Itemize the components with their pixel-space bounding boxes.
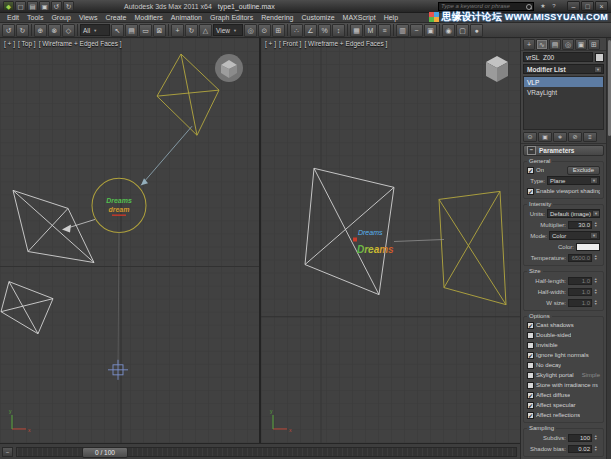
- multiplier-spinner[interactable]: [594, 222, 600, 228]
- viewport-menu-plus[interactable]: [ + ]: [265, 40, 276, 47]
- keyboard-shortcut-override-icon[interactable]: ⊞: [272, 24, 285, 37]
- maximize-button[interactable]: □: [581, 1, 594, 11]
- size-field[interactable]: 1.0: [568, 277, 592, 285]
- infocenter-search[interactable]: [438, 2, 534, 11]
- option-checkbox[interactable]: [527, 342, 534, 349]
- size-field[interactable]: 1.0: [568, 288, 592, 296]
- option-checkbox[interactable]: [527, 382, 534, 389]
- option-checkbox[interactable]: ✓: [527, 322, 534, 329]
- layer-manager-icon[interactable]: ▥: [396, 24, 409, 37]
- size-spinner[interactable]: [594, 289, 600, 295]
- redo-quick-icon[interactable]: ↻: [63, 1, 74, 11]
- size-spinner[interactable]: [594, 300, 600, 306]
- option-checkbox[interactable]: ✓: [527, 402, 534, 409]
- viewport-top-canvas[interactable]: Dreams dream: [0, 38, 259, 443]
- viewport-label[interactable]: [ + ] [ Front ] [ Wireframe + Edged Face…: [265, 40, 387, 47]
- tab-create[interactable]: +: [523, 39, 535, 50]
- pin-stack-button[interactable]: ⊙: [523, 132, 537, 142]
- stack-item-selected[interactable]: VLP: [524, 77, 603, 87]
- select-and-rotate-icon[interactable]: ↻: [185, 24, 198, 37]
- menu-item[interactable]: Modifiers: [130, 14, 166, 21]
- menu-item[interactable]: MAXScript: [339, 14, 380, 21]
- viewport-front[interactable]: Dreams Dreams x y: [261, 38, 520, 443]
- new-file-icon[interactable]: ▢: [15, 1, 26, 11]
- rectangular-selection-region-icon[interactable]: ▭: [139, 24, 152, 37]
- sampling-spinner[interactable]: [594, 435, 600, 441]
- application-menu-button[interactable]: ◆: [3, 1, 14, 11]
- menu-item[interactable]: Rendering: [257, 14, 297, 21]
- select-and-manipulate-icon[interactable]: ⊙: [258, 24, 271, 37]
- open-file-icon[interactable]: ▤: [27, 1, 38, 11]
- redo-icon[interactable]: ↻: [16, 24, 29, 37]
- menu-item[interactable]: Edit: [3, 14, 23, 21]
- percent-snap-icon[interactable]: %: [318, 24, 331, 37]
- option-checkbox[interactable]: [527, 372, 534, 379]
- select-by-name-icon[interactable]: ▤: [125, 24, 138, 37]
- multiplier-field[interactable]: 30.0: [568, 221, 592, 229]
- type-dropdown[interactable]: Plane: [547, 176, 600, 185]
- make-unique-button[interactable]: ∗: [553, 132, 567, 142]
- selection-filter-dropdown[interactable]: All: [80, 24, 110, 36]
- menu-item[interactable]: Customize: [297, 14, 338, 21]
- object-color-swatch[interactable]: [595, 53, 604, 62]
- viewport-menu-style[interactable]: [ Wireframe + Edged Faces ]: [304, 40, 387, 47]
- snaps-toggle-icon[interactable]: ∴: [290, 24, 303, 37]
- on-checkbox[interactable]: ✓: [527, 167, 534, 174]
- configure-modifier-sets-button[interactable]: ≡: [583, 132, 597, 142]
- search-icon[interactable]: [525, 3, 532, 10]
- show-end-result-button[interactable]: ▣: [538, 132, 552, 142]
- parameters-rollout-header[interactable]: Parameters: [523, 145, 604, 156]
- viewport-shading-checkbox[interactable]: ✓: [527, 188, 534, 195]
- material-editor-icon[interactable]: ◉: [442, 24, 455, 37]
- viewcube[interactable]: [215, 54, 243, 82]
- temperature-field[interactable]: 6500.0: [568, 254, 592, 262]
- viewport-menu-style[interactable]: [ Wireframe + Edged Faces ]: [39, 40, 122, 47]
- mirror-icon[interactable]: M: [364, 24, 377, 37]
- save-file-icon[interactable]: ▣: [39, 1, 50, 11]
- viewport-menu-plus[interactable]: [ + ]: [4, 40, 15, 47]
- select-object-icon[interactable]: ↖: [111, 24, 124, 37]
- menu-item[interactable]: Tools: [23, 14, 47, 21]
- time-slider-handle[interactable]: 0 / 100: [82, 447, 128, 458]
- option-checkbox[interactable]: ✓: [527, 412, 534, 419]
- option-checkbox[interactable]: [527, 332, 534, 339]
- undo-quick-icon[interactable]: ↺: [51, 1, 62, 11]
- menu-item[interactable]: Create: [101, 14, 130, 21]
- unlink-selection-icon[interactable]: ⊗: [48, 24, 61, 37]
- mini-curve-editor-icon[interactable]: ~: [2, 447, 13, 457]
- select-and-scale-icon[interactable]: △: [199, 24, 212, 37]
- help-icon[interactable]: ?: [549, 1, 559, 11]
- sampling-field[interactable]: 0.02: [568, 445, 592, 453]
- units-dropdown[interactable]: Default (image): [547, 209, 600, 218]
- use-pivot-center-icon[interactable]: ◎: [244, 24, 257, 37]
- menu-item[interactable]: Graph Editors: [206, 14, 257, 21]
- bind-to-spacewarp-icon[interactable]: ◇: [62, 24, 75, 37]
- option-checkbox[interactable]: ✓: [527, 352, 534, 359]
- rollout-collapse-icon[interactable]: [527, 146, 536, 155]
- menu-item[interactable]: Animation: [167, 14, 206, 21]
- render-production-icon[interactable]: ●: [470, 24, 483, 37]
- schematic-view-icon[interactable]: ▣: [424, 24, 437, 37]
- undo-icon[interactable]: ↺: [2, 24, 15, 37]
- sampling-spinner[interactable]: [594, 446, 600, 452]
- tab-motion[interactable]: ◎: [562, 39, 574, 50]
- close-button[interactable]: ×: [595, 1, 608, 11]
- reference-coordinate-dropdown[interactable]: View: [213, 24, 243, 36]
- option-checkbox[interactable]: [527, 362, 534, 369]
- render-setup-icon[interactable]: ▢: [456, 24, 469, 37]
- tab-display[interactable]: ▣: [575, 39, 587, 50]
- minimize-button[interactable]: –: [567, 1, 580, 11]
- select-and-link-icon[interactable]: ⊕: [34, 24, 47, 37]
- option-checkbox[interactable]: ✓: [527, 392, 534, 399]
- mode-dropdown[interactable]: Color: [549, 231, 600, 240]
- exclude-button[interactable]: Exclude: [567, 166, 600, 175]
- favorites-star-icon[interactable]: ★: [538, 1, 548, 11]
- object-name-field[interactable]: vrSL_Z00: [523, 52, 593, 62]
- tab-utilities[interactable]: ⊞: [588, 39, 600, 50]
- remove-modifier-button[interactable]: ⊘: [568, 132, 582, 142]
- tab-hierarchy[interactable]: ▤: [549, 39, 561, 50]
- menu-item[interactable]: Views: [75, 14, 102, 21]
- modifier-list-dropdown[interactable]: Modifier List: [523, 64, 604, 74]
- curve-editor-icon[interactable]: ~: [410, 24, 423, 37]
- size-field[interactable]: 1.0: [568, 299, 592, 307]
